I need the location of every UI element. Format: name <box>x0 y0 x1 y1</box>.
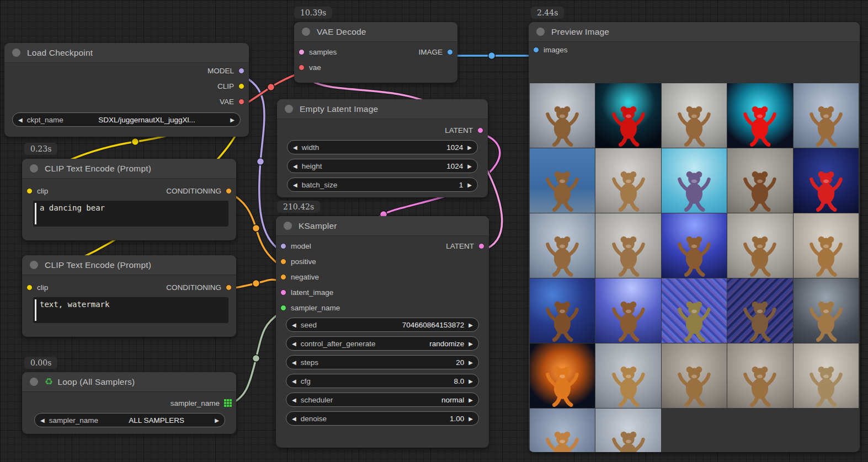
right-arrow-icon[interactable]: ▶ <box>468 397 473 403</box>
wire-dot-vae-to-decode[interactable] <box>268 84 275 91</box>
collapse-dot-icon[interactable] <box>30 378 38 386</box>
left-arrow-icon[interactable]: ◀ <box>292 416 296 422</box>
widget-value: 8.0 <box>315 377 465 385</box>
left-arrow-icon[interactable]: ◀ <box>40 417 45 423</box>
wire-dot-model-to-ksampler[interactable] <box>257 158 264 165</box>
collapse-dot-icon[interactable] <box>285 105 293 113</box>
wire-dot-cond-to-negative[interactable] <box>253 280 260 287</box>
prompt-textarea[interactable]: a dancing bear <box>33 201 228 227</box>
output-label: VAE <box>220 98 234 106</box>
preview-tile-13 <box>662 213 727 278</box>
sampler-name-input-dot[interactable] <box>280 305 286 311</box>
node-clip-text-encode-negative[interactable]: CLIP Text Encode (Prompt) clip CONDITION… <box>22 255 236 337</box>
left-arrow-icon[interactable]: ◀ <box>293 163 297 169</box>
width-widget[interactable]: ◀width1024▶ <box>287 140 478 154</box>
sampler-name-widget[interactable]: ◀ sampler_name ALL SAMPLERS ▶ <box>34 413 225 427</box>
input-label: latent_image <box>291 288 333 297</box>
clip-input-dot[interactable] <box>26 188 33 194</box>
left-arrow-icon[interactable]: ◀ <box>293 182 297 188</box>
left-arrow-icon[interactable]: ◀ <box>18 117 23 123</box>
node-loop-all-samplers[interactable]: ♻ Loop (All Samplers) sampler_name ◀ sam… <box>22 372 236 434</box>
latent-output-dot[interactable] <box>477 127 483 133</box>
latent-output-dot[interactable] <box>478 243 484 249</box>
wire-dot-image-to-preview[interactable] <box>488 52 496 60</box>
clip-input-dot[interactable] <box>26 284 33 291</box>
seed-widget[interactable]: ◀seed704660864153872▶ <box>286 318 479 332</box>
preview-tile-3 <box>662 83 727 148</box>
positive-input-dot[interactable] <box>280 259 286 265</box>
right-arrow-icon[interactable]: ▶ <box>215 417 219 423</box>
node-load-checkpoint[interactable]: Load Checkpoint MODEL CLIP VAE ◀ ckpt_na… <box>4 43 249 137</box>
right-arrow-icon[interactable]: ▶ <box>468 378 473 384</box>
batch-size-widget[interactable]: ◀batch_size1▶ <box>287 178 478 192</box>
left-arrow-icon[interactable]: ◀ <box>292 341 296 347</box>
preview-tile-22 <box>595 343 661 408</box>
left-arrow-icon[interactable]: ◀ <box>292 378 296 384</box>
right-arrow-icon[interactable]: ▶ <box>467 144 472 151</box>
collapse-dot-icon[interactable] <box>12 49 20 57</box>
vae-input-dot[interactable] <box>299 65 305 71</box>
conditioning-output-dot[interactable] <box>226 188 232 194</box>
ckpt-name-widget[interactable]: ◀ ckpt_name SDXL/juggernautXL_juggXl... … <box>12 112 241 127</box>
preview-tile-20 <box>794 278 859 343</box>
wire-dot-cond-to-positive[interactable] <box>253 225 260 232</box>
collapse-dot-icon[interactable] <box>284 222 292 230</box>
image-output-dot[interactable] <box>447 49 453 55</box>
timing-badge: 10.39s <box>294 7 332 19</box>
node-clip-text-encode-positive[interactable]: CLIP Text Encode (Prompt) clip CONDITION… <box>22 159 236 240</box>
collapse-dot-icon[interactable] <box>536 28 545 36</box>
output-label: sampler_name <box>171 399 220 407</box>
node-vae-decode[interactable]: VAE Decode samples IMAGE vae <box>294 22 457 83</box>
preview-tile-26 <box>530 409 595 452</box>
node-empty-latent-image[interactable]: Empty Latent Image LATENT ◀width1024▶ ◀h… <box>277 99 488 197</box>
widget-label: ckpt_name <box>27 116 63 124</box>
negative-input-dot[interactable] <box>280 274 286 280</box>
node-ksampler[interactable]: KSampler model LATENT positive negative … <box>276 216 489 448</box>
collapse-dot-icon[interactable] <box>30 164 38 173</box>
steps-widget[interactable]: ◀steps20▶ <box>286 355 479 369</box>
list-output-grid-icon[interactable] <box>224 399 232 407</box>
vae-output-dot[interactable] <box>238 99 244 105</box>
clip-output-dot[interactable] <box>238 83 244 89</box>
output-label: IMAGE <box>418 48 443 56</box>
right-arrow-icon[interactable]: ▶ <box>468 341 473 347</box>
right-arrow-icon[interactable]: ▶ <box>468 359 473 366</box>
left-arrow-icon[interactable]: ◀ <box>292 322 296 328</box>
wire-dot-clip-to-positive[interactable] <box>132 138 139 146</box>
images-input-dot[interactable] <box>533 47 539 53</box>
preview-tile-1 <box>530 83 595 148</box>
right-arrow-icon[interactable]: ▶ <box>467 163 472 169</box>
widget-label: denoise <box>301 415 327 423</box>
collapse-dot-icon[interactable] <box>30 261 38 269</box>
height-widget[interactable]: ◀height1024▶ <box>287 159 478 173</box>
preview-tile-11 <box>530 213 595 278</box>
samples-input-dot[interactable] <box>299 49 305 55</box>
denoise-widget[interactable]: ◀denoise1.00▶ <box>286 411 479 426</box>
model-output-dot[interactable] <box>238 68 244 74</box>
scheduler-widget[interactable]: ◀schedulernormal▶ <box>286 393 479 407</box>
right-arrow-icon[interactable]: ▶ <box>468 322 473 328</box>
prompt-textarea[interactable]: text, watermark <box>33 297 228 323</box>
widget-label: control_after_generate <box>301 340 376 348</box>
right-arrow-icon[interactable]: ▶ <box>468 416 473 422</box>
model-input-dot[interactable] <box>280 243 286 249</box>
dancing-bear-image <box>674 168 714 212</box>
right-arrow-icon[interactable]: ▶ <box>467 182 472 188</box>
latent-image-input-dot[interactable] <box>280 289 286 296</box>
dancing-bear-image <box>740 103 780 147</box>
preview-tile-19 <box>727 278 792 343</box>
left-arrow-icon[interactable]: ◀ <box>292 397 296 403</box>
collapse-dot-icon[interactable] <box>302 28 310 36</box>
node-preview-image[interactable]: Preview Image images <box>529 22 860 452</box>
conditioning-output-dot[interactable] <box>226 284 232 291</box>
cfg-widget[interactable]: ◀cfg8.0▶ <box>286 374 479 388</box>
left-arrow-icon[interactable]: ◀ <box>293 144 297 151</box>
dancing-bear-image <box>806 363 846 407</box>
left-arrow-icon[interactable]: ◀ <box>292 359 296 366</box>
control-after-generate-widget[interactable]: ◀control_after_generaterandomize▶ <box>286 336 479 351</box>
wire-dot-sampler-to-ksampler[interactable] <box>253 355 260 362</box>
right-arrow-icon[interactable]: ▶ <box>230 117 235 123</box>
node-title: CLIP Text Encode (Prompt) <box>45 260 151 270</box>
preview-tile-14 <box>727 213 792 278</box>
input-label: samples <box>309 48 337 56</box>
